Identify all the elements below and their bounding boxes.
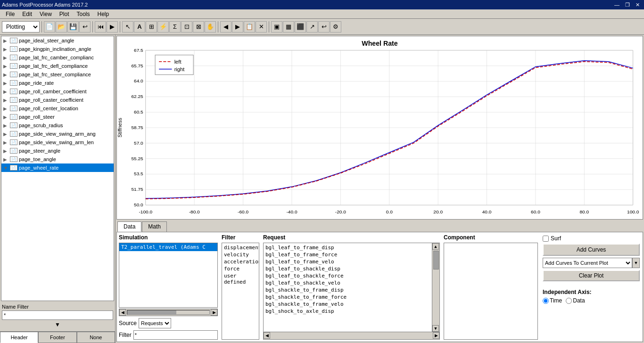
tree-item-3[interactable]: ▶📄page_lat_frc_defl_compliance xyxy=(1,62,114,70)
filter-item-3[interactable]: force xyxy=(223,265,258,272)
tree-item-7[interactable]: ▶📄page_roll_caster_coefficient xyxy=(1,96,114,104)
prev-button[interactable]: ◀ xyxy=(220,21,231,33)
menu-help[interactable]: Help xyxy=(94,10,113,18)
req-1[interactable]: bgl_leaf_to_frame_force xyxy=(264,251,431,258)
dropdown-arrow[interactable]: ▼ xyxy=(632,258,640,268)
select-button[interactable]: ↖ xyxy=(122,21,133,33)
curve-button[interactable]: ⚡ xyxy=(157,21,169,33)
req-5[interactable]: bgl_leaf_to_shackle_velo xyxy=(264,279,431,286)
menu-view[interactable]: View xyxy=(36,10,56,18)
tree-item-6[interactable]: ▶📄page_roll_camber_coefficient xyxy=(1,87,114,96)
zoom-button[interactable]: ⊠ xyxy=(193,21,204,33)
tree-item-4[interactable]: ▶📄page_lat_frc_steer_compliance xyxy=(1,70,114,79)
tab-math[interactable]: Math xyxy=(142,221,167,232)
tab-header[interactable]: Header xyxy=(0,332,38,343)
radio-time-label[interactable]: Time xyxy=(543,297,562,304)
menu-plot[interactable]: Plot xyxy=(56,10,73,18)
scroll-left-arrow[interactable]: ◀ xyxy=(119,309,126,316)
minimize-button[interactable]: — xyxy=(612,2,622,8)
svg-text:62.25: 62.25 xyxy=(131,94,143,99)
filter-item-0[interactable]: displacement xyxy=(223,244,258,251)
scroll-right-arrow[interactable]: ▶ xyxy=(211,309,217,316)
toolbar-sep2 xyxy=(92,21,93,33)
req-9[interactable]: bgl_shock_to_axle_disp xyxy=(264,308,431,315)
delete-button[interactable]: ✕ xyxy=(256,21,267,33)
tree-item-8[interactable]: ▶📄page_roll_center_location xyxy=(1,104,114,113)
new-button[interactable]: 📄 xyxy=(44,21,55,33)
settings-button[interactable]: ⚙ xyxy=(330,21,341,33)
box-button[interactable]: ⊡ xyxy=(181,21,192,33)
add-curves-button[interactable]: Add Curves xyxy=(543,244,640,256)
req-2[interactable]: bgl_leaf_to_frame_velo xyxy=(264,258,431,265)
request-list[interactable]: bgl_leaf_to_frame_disp bgl_leaf_to_frame… xyxy=(263,243,440,332)
add-curves-dropdown[interactable]: Add Curves To Current Plot xyxy=(543,258,632,268)
menu-file[interactable]: File xyxy=(2,10,18,18)
menu-edit[interactable]: Edit xyxy=(18,10,36,18)
tree-item-14[interactable]: ▶📄page_toe_angle xyxy=(1,155,114,163)
tree-item-9[interactable]: ▶📄page_roll_steer xyxy=(1,113,114,121)
view3-button[interactable]: ⬛ xyxy=(295,21,306,33)
radio-data-label[interactable]: Data xyxy=(566,297,585,304)
filter-list[interactable]: displacement velocity acceleration force… xyxy=(222,243,259,340)
radio-time[interactable] xyxy=(543,298,549,304)
save-button[interactable]: 💾 xyxy=(67,21,79,33)
maximize-button[interactable]: ❐ xyxy=(623,2,632,8)
req-scroll-right[interactable]: ▶ xyxy=(433,332,439,339)
req-6[interactable]: bgl_shackle_to_frame_disp xyxy=(264,286,431,294)
pan-button[interactable]: ✋ xyxy=(205,21,216,33)
filter-dropdown-arrow[interactable]: ▼ xyxy=(2,320,113,329)
filter-item-2[interactable]: acceleration xyxy=(223,258,258,265)
req-scroll-up[interactable]: ▲ xyxy=(432,243,439,250)
tree-item-2[interactable]: ▶📄page_lat_frc_camber_complianc xyxy=(1,53,114,62)
req-0[interactable]: bgl_leaf_to_frame_disp xyxy=(264,244,431,251)
radio-data[interactable] xyxy=(566,298,572,304)
req-4[interactable]: bgl_leaf_to_shackle_force xyxy=(264,272,431,279)
page-icon: 📄 xyxy=(10,89,17,94)
tree-item-10[interactable]: ▶📄page_scrub_radius xyxy=(1,121,114,130)
clear-plot-button[interactable]: Clear Plot xyxy=(543,270,640,281)
tree-item-5[interactable]: ▶📄page_ride_rate xyxy=(1,79,114,87)
next-button[interactable]: ▶ xyxy=(232,21,243,33)
mode-dropdown[interactable]: Plotting xyxy=(2,21,40,33)
page-button[interactable]: 📋 xyxy=(244,21,255,33)
source-select[interactable]: Requests Objects xyxy=(139,318,171,328)
tab-footer[interactable]: Footer xyxy=(38,332,76,343)
open-button[interactable]: 📂 xyxy=(56,21,67,33)
req-3[interactable]: bgl_leaf_to_shackle_disp xyxy=(264,265,431,272)
surf-checkbox[interactable] xyxy=(543,236,549,242)
layout-button[interactable]: ↗ xyxy=(306,21,318,33)
tree-item-0[interactable]: ▶📄page_ideal_steer_angle xyxy=(1,36,114,45)
back-button[interactable]: ↩ xyxy=(318,21,330,33)
view2-button[interactable]: ▦ xyxy=(283,21,294,33)
filter-bottom-input[interactable] xyxy=(133,330,218,340)
component-list[interactable] xyxy=(444,243,538,340)
tab-data[interactable]: Data xyxy=(117,221,141,232)
req-scroll-down[interactable]: ▼ xyxy=(432,325,439,332)
tree-item-15[interactable]: ▼📄page_wheel_rate xyxy=(1,163,114,172)
req-8[interactable]: bgl_shackle_to_frame_velo xyxy=(264,301,431,308)
name-filter-input[interactable] xyxy=(2,310,113,320)
sigma-button[interactable]: Σ xyxy=(169,21,181,33)
undo-button[interactable]: ↩ xyxy=(79,21,91,33)
tree-item-1[interactable]: ▶📄page_kingpin_inclination_angle xyxy=(1,45,114,53)
filter-item-4[interactable]: user defined xyxy=(223,272,258,286)
tree-item-12[interactable]: ▶📄page_side_view_swing_arm_len xyxy=(1,138,114,147)
tree-item-11[interactable]: ▶📄page_side_view_swing_arm_ang xyxy=(1,130,114,138)
close-button[interactable]: ✕ xyxy=(633,2,642,8)
tree-item-13[interactable]: ▶📄page_steer_angle xyxy=(1,147,114,155)
menu-tools[interactable]: Tools xyxy=(73,10,94,18)
grid-button[interactable]: ⊞ xyxy=(146,21,157,33)
tab-none[interactable]: None xyxy=(77,332,115,343)
window-controls[interactable]: — ❐ ✕ xyxy=(612,2,642,8)
svg-text:-60.0: -60.0 xyxy=(238,209,249,214)
text-button[interactable]: A xyxy=(134,21,145,33)
simulation-item[interactable]: T2_parallel_travel (Adams C xyxy=(119,243,217,251)
req-7[interactable]: bgl_shackle_to_frame_force xyxy=(264,294,431,301)
simulation-list[interactable]: T2_parallel_travel (Adams C xyxy=(119,243,218,308)
play-button[interactable]: ▶ xyxy=(107,21,118,33)
first-button[interactable]: ⏮ xyxy=(95,21,106,33)
filter-item-1[interactable]: velocity xyxy=(223,251,258,258)
view1-button[interactable]: ▣ xyxy=(271,21,282,33)
req-scroll-left[interactable]: ◀ xyxy=(264,332,270,339)
page-tree[interactable]: ▶📄page_ideal_steer_angle▶📄page_kingpin_i… xyxy=(1,36,114,301)
